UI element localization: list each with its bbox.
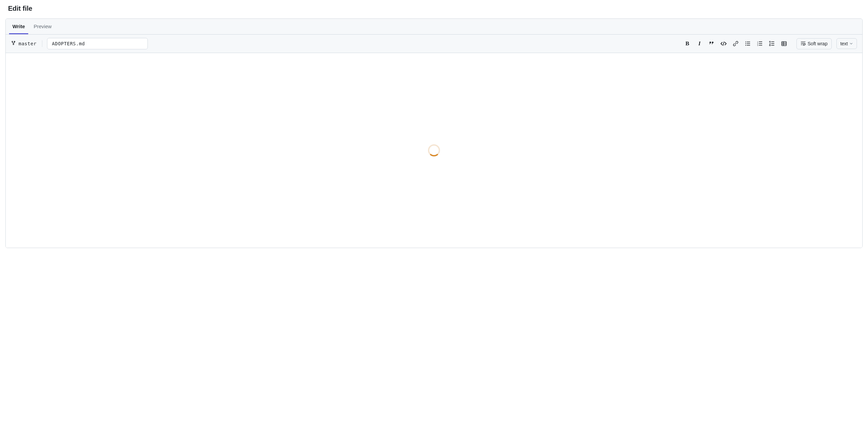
filename-input[interactable] <box>47 38 148 49</box>
svg-rect-18 <box>782 42 786 46</box>
svg-rect-10 <box>759 43 762 44</box>
svg-rect-4 <box>747 43 750 44</box>
file-info-row: master B I <box>6 34 862 53</box>
filetype-label: text <box>840 41 848 46</box>
task-list-button[interactable] <box>769 41 775 47</box>
svg-rect-8 <box>759 42 762 42</box>
chevron-down-icon <box>849 42 853 46</box>
tab-preview[interactable]: Preview <box>30 19 55 34</box>
tabs-row: Write Preview <box>6 19 862 34</box>
tab-write[interactable]: Write <box>9 19 28 34</box>
quote-icon <box>709 41 714 46</box>
editor-container: Write Preview master B I <box>5 19 863 248</box>
svg-rect-6 <box>747 45 750 46</box>
svg-rect-16 <box>770 45 771 46</box>
code-icon <box>720 41 726 46</box>
formatting-toolbar: B I <box>684 41 787 47</box>
table-icon <box>781 41 787 46</box>
unordered-list-button[interactable] <box>745 41 751 47</box>
italic-icon: I <box>699 40 701 47</box>
svg-rect-12 <box>759 45 762 46</box>
svg-rect-2 <box>747 42 750 42</box>
task-list-icon <box>769 41 775 46</box>
svg-point-1 <box>745 42 746 42</box>
link-button[interactable] <box>733 41 739 47</box>
quote-button[interactable] <box>708 41 714 47</box>
bold-button[interactable]: B <box>684 41 690 47</box>
loading-spinner <box>428 144 440 157</box>
table-button[interactable] <box>781 41 787 47</box>
branch-section[interactable]: master <box>11 40 42 47</box>
svg-point-5 <box>745 45 746 46</box>
svg-text:3: 3 <box>757 44 758 46</box>
branch-icon <box>11 40 16 47</box>
ordered-list-button[interactable]: 1 2 3 <box>757 41 763 47</box>
code-button[interactable] <box>720 41 726 47</box>
svg-rect-17 <box>771 45 774 46</box>
svg-line-0 <box>723 42 724 46</box>
soft-wrap-button[interactable]: Soft wrap <box>797 38 832 49</box>
soft-wrap-label: Soft wrap <box>808 41 827 46</box>
filetype-dropdown[interactable]: text <box>836 38 857 49</box>
wrap-icon <box>801 41 806 47</box>
svg-point-3 <box>745 43 746 44</box>
link-icon <box>733 41 738 46</box>
list-ul-icon <box>745 41 750 46</box>
editor-content-area[interactable] <box>6 53 862 248</box>
bold-icon: B <box>686 40 689 47</box>
svg-rect-14 <box>771 42 774 42</box>
branch-name: master <box>19 41 37 46</box>
list-ol-icon: 1 2 3 <box>757 41 763 46</box>
page-title: Edit file <box>5 0 863 19</box>
italic-button[interactable]: I <box>696 41 703 47</box>
svg-rect-13 <box>770 41 771 42</box>
svg-rect-15 <box>771 43 774 44</box>
